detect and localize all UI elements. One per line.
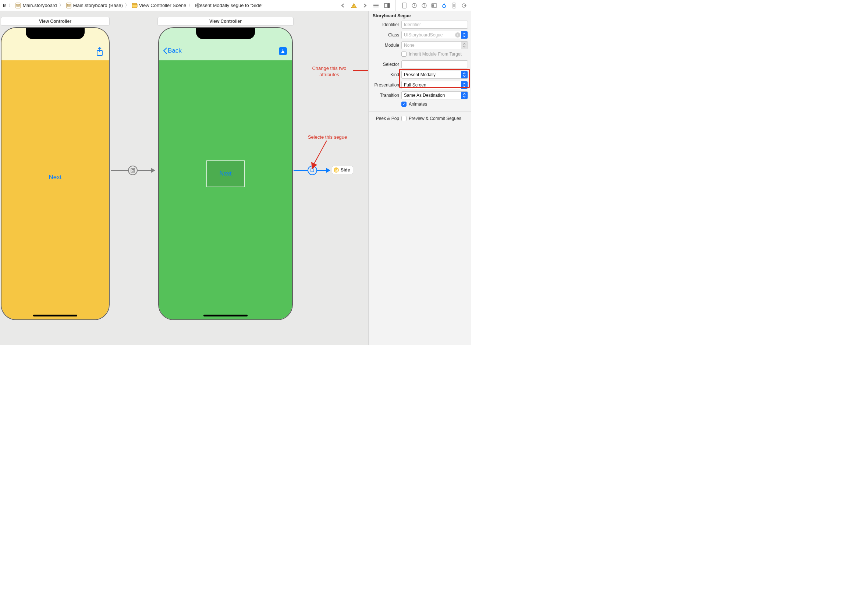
kind-label: Kind (372, 72, 399, 77)
kind-row: Kind Present Modally (372, 70, 468, 79)
svg-rect-5 (67, 6, 70, 6)
dropdown-caret-icon (461, 92, 467, 99)
inspector-divider (369, 111, 471, 111)
identifier-input[interactable] (401, 21, 468, 29)
dropdown-caret-icon (461, 71, 467, 78)
svg-rect-29 (131, 169, 135, 172)
inspector-tab-bar: ? (397, 0, 471, 11)
breadcrumb: ls 〉 Main.storyboard 〉 Main.storyboard (… (0, 0, 266, 11)
top-toolbar: ls 〉 Main.storyboard 〉 Main.storyboard (… (0, 0, 471, 11)
kind-value: Present Modally (404, 72, 435, 77)
phone-mock-1[interactable]: Next (1, 27, 110, 320)
kind-select[interactable]: Present Modally (401, 70, 468, 79)
inspector-panel: Storyboard Segue Identifier Class UIStor… (369, 11, 471, 345)
home-indicator (204, 315, 248, 317)
nav-back-button[interactable] (339, 1, 347, 10)
breadcrumb-sep: 〉 (8, 2, 14, 9)
storyboard-canvas[interactable]: View Controller View Controller Next (0, 11, 369, 345)
next-button[interactable]: Next (49, 174, 62, 181)
breadcrumb-item-2[interactable]: Main.storyboard (Base) (65, 3, 124, 9)
vc-title-label: View Controller (39, 19, 71, 24)
selector-row: Selector (372, 60, 468, 69)
size-inspector-tab-icon[interactable] (451, 2, 457, 9)
identity-inspector-tab-icon[interactable] (431, 2, 437, 9)
breadcrumb-item-3[interactable]: View Controller Scene (131, 3, 187, 9)
inspector-section-title: Storyboard Segue (369, 11, 471, 20)
svg-rect-11 (353, 7, 354, 7)
transition-label: Transition (372, 93, 399, 98)
svg-rect-30 (132, 170, 134, 172)
breadcrumb-item-0[interactable]: ls (2, 3, 7, 8)
canvas-toolbar-right (336, 0, 394, 11)
issues-indicator-icon[interactable] (350, 1, 358, 10)
breadcrumb-label: Main.storyboard (22, 3, 57, 8)
attributes-inspector-tab-icon[interactable] (441, 2, 447, 9)
breadcrumb-label: ls (3, 3, 6, 8)
next-label: Next (220, 170, 232, 177)
vc-badge-icon: ◲ (334, 167, 339, 173)
vc1-title-bar[interactable]: View Controller (1, 17, 110, 26)
class-label: Class (372, 32, 399, 38)
side-label: Side (341, 167, 350, 173)
history-inspector-tab-icon[interactable] (411, 2, 418, 9)
transition-row: Transition Same As Destination (372, 91, 468, 99)
module-select[interactable]: None (401, 41, 468, 49)
svg-rect-10 (353, 5, 354, 6)
outline-toggle-icon[interactable] (372, 1, 380, 10)
phone-notch (196, 28, 255, 39)
adjust-editor-icon[interactable] (383, 1, 391, 10)
svg-rect-1 (16, 4, 19, 5)
add-class-icon[interactable]: + (455, 32, 460, 38)
animates-label: Animates (409, 101, 427, 107)
identifier-row: Identifier (372, 21, 468, 29)
presentation-value: Full Screen (404, 82, 426, 88)
svg-rect-2 (16, 6, 19, 6)
svg-point-8 (196, 3, 200, 7)
phone-notch (26, 28, 85, 39)
class-select[interactable]: UIStoryboardSegue + (401, 31, 468, 39)
dropdown-caret-icon (461, 42, 467, 49)
inherit-module-checkbox[interactable] (401, 51, 406, 57)
transition-value: Same As Destination (404, 93, 445, 98)
selector-input[interactable] (401, 60, 468, 69)
share-icon[interactable] (96, 47, 104, 58)
annotation-select-segue: Selecte this segue (302, 134, 353, 141)
transition-select[interactable]: Same As Destination (401, 91, 468, 99)
module-label: Module (372, 43, 399, 48)
scene-icon (132, 3, 138, 9)
module-value: None (404, 43, 415, 48)
download-icon[interactable] (279, 47, 287, 55)
peek-pop-checkbox[interactable] (401, 116, 406, 121)
vc2-title-bar[interactable]: View Controller (157, 17, 294, 26)
help-inspector-tab-icon[interactable]: ? (421, 2, 428, 9)
segue-connector-1[interactable] (111, 166, 157, 175)
svg-rect-7 (133, 4, 136, 5)
svg-text:?: ? (423, 4, 425, 7)
breadcrumb-item-4[interactable]: Present Modally segue to "Side" (194, 3, 264, 8)
animates-checkbox[interactable] (401, 101, 406, 107)
storyboard-file-icon (66, 3, 72, 9)
side-destination-pill[interactable]: ◲ Side (332, 166, 353, 174)
phone-mock-2[interactable]: Back Next (158, 27, 293, 320)
vc-title-label: View Controller (210, 19, 242, 24)
breadcrumb-sep: 〉 (59, 2, 64, 9)
file-inspector-tab-icon[interactable] (401, 2, 407, 9)
svg-rect-17 (403, 3, 406, 8)
svg-rect-4 (67, 4, 70, 5)
nav-forward-button[interactable] (361, 1, 369, 10)
class-row: Class UIStoryboardSegue + (372, 31, 468, 39)
breadcrumb-sep: 〉 (188, 2, 193, 9)
svg-line-33 (314, 141, 327, 165)
toolbar-divider (396, 0, 396, 11)
breadcrumb-label: Main.storyboard (Base) (73, 3, 123, 8)
module-row: Module None (372, 41, 468, 49)
dropdown-caret-icon (461, 81, 467, 89)
presentation-select[interactable]: Full Screen (401, 81, 468, 89)
back-button[interactable]: Back (163, 47, 182, 54)
container-view[interactable]: Next (207, 160, 245, 187)
connections-inspector-tab-icon[interactable] (461, 2, 467, 9)
svg-rect-9 (197, 4, 199, 6)
breadcrumb-item-1[interactable]: Main.storyboard (14, 3, 57, 9)
presentation-label: Presentation (372, 82, 399, 88)
peek-pop-row: Peek & Pop Preview & Commit Segues (372, 116, 468, 121)
